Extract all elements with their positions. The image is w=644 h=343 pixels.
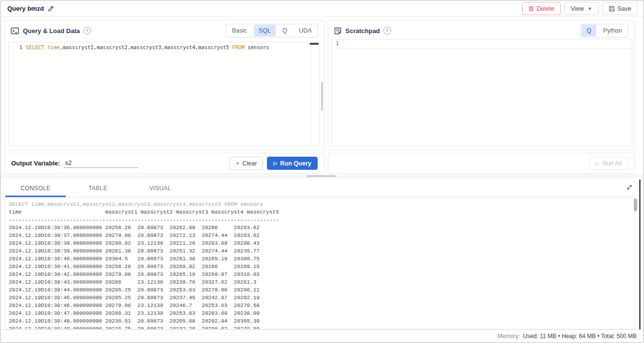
console-row: 2024.12.19D10:39:48.000000000 20230.51 2… — [9, 317, 630, 325]
query-language-tabs: BasicSQLQUDA — [226, 24, 318, 37]
scratchpad-editor-line: 1 — [332, 39, 632, 49]
save-button[interactable]: Save — [603, 2, 638, 15]
save-button-label: Save — [618, 5, 632, 12]
tab-uda[interactable]: UDA — [293, 25, 318, 36]
delete-button-label: Delete — [537, 5, 554, 12]
edit-title-icon[interactable] — [48, 5, 54, 12]
tab-python[interactable]: Python — [597, 25, 628, 36]
tab-table[interactable]: TABLE — [67, 180, 129, 197]
scratchpad-language-tabs: QPython — [580, 24, 628, 37]
clear-button-label: Clear — [243, 160, 257, 167]
save-icon — [609, 6, 615, 12]
scratchpad-icon — [334, 27, 341, 35]
console-separator-line: ----------------------------------------… — [9, 216, 630, 224]
sql-editor-scroll-track — [311, 42, 311, 145]
console-row: 2024.12.19D10:39:45.000000000 20295.25 2… — [9, 294, 630, 302]
terminal-icon — [11, 27, 19, 35]
console-row: 2024.12.19D10:39:37.000000000 20279.06 2… — [9, 232, 630, 239]
run-all-button-label: Run All — [602, 160, 622, 167]
console-row: 2024.12.19D10:39:43.000000000 20286 23.1… — [9, 278, 630, 286]
console-echo-line: SELECT time,masscryst1,masscryst2,masscr… — [9, 200, 630, 208]
tab-basic[interactable]: Basic — [226, 25, 253, 36]
run-all-panel: ▷ Run All — [328, 153, 635, 174]
results-scrollbar[interactable] — [639, 180, 641, 330]
delete-button[interactable]: Delete — [522, 2, 561, 15]
console-row: 2024.12.19D10:39:39.000000000 20281.38 2… — [9, 247, 630, 255]
query-actions: × Clear ▷ Run Query — [229, 157, 318, 170]
run-all-button[interactable]: ▷ Run All — [589, 157, 628, 170]
sql-line-number: 1 — [9, 43, 26, 52]
trash-icon — [529, 6, 534, 12]
results-tabs: CONSOLETABLEVISUAL — [4, 180, 191, 197]
console-row: 2024.12.19D10:39:44.000000000 20295.25 2… — [9, 286, 630, 294]
scratchpad-header: Scratchpad ? QPython — [328, 20, 634, 41]
close-icon: × — [236, 160, 240, 166]
tab-q[interactable]: Q — [277, 25, 293, 36]
view-button-label: View — [571, 5, 584, 12]
chevron-down-icon: ▼ — [588, 6, 592, 11]
sql-code-line: SELECT time,masscryst1,masscryst2,masscr… — [26, 43, 269, 52]
memory-label: Memory: — [497, 333, 520, 340]
tab-sql[interactable]: SQL — [254, 25, 276, 36]
vertical-splitter-handle[interactable] — [321, 82, 323, 111]
scratchpad-title: Scratchpad — [345, 27, 380, 35]
scratchpad-help-icon[interactable]: ? — [383, 27, 391, 35]
console-row: 2024.12.19D10:39:46.000000000 20279.06 2… — [9, 302, 630, 309]
view-button[interactable]: View ▼ — [565, 2, 599, 15]
console-row: 2024.12.19D10:39:49.000000000 20276.75 2… — [9, 325, 630, 329]
page-title: Query bmzd — [7, 5, 44, 12]
status-bar: Memory: Used: 11 MB • Heap: 64 MB • Tota… — [0, 329, 644, 343]
tab-console[interactable]: CONSOLE — [4, 180, 67, 197]
sql-editor[interactable]: 1 SELECT time,masscryst1,masscryst2,mass… — [8, 42, 320, 146]
query-panel: Query & Load Data ? BasicSQLQUDA 1 SELEC… — [4, 20, 324, 150]
console-scroll-thumb[interactable] — [634, 199, 637, 211]
clear-button[interactable]: × Clear — [229, 157, 263, 170]
header-actions: Delete View ▼ Save — [522, 2, 638, 15]
title-bar: Query bmzd Delete View ▼ Save — [0, 0, 644, 17]
play-icon: ▷ — [273, 161, 277, 166]
console-row: 2024.12.19D10:39:41.000000000 20258.26 2… — [9, 263, 630, 271]
scratchpad-line-number: 1 — [332, 39, 343, 48]
output-variable-panel: Output Variable: × Clear ▷ Run Query — [4, 153, 324, 174]
output-variable-label: Output Variable: — [11, 160, 60, 167]
horizontal-splitter-handle[interactable] — [306, 175, 336, 177]
sql-editor-line: 1 SELECT time,masscryst1,masscryst2,mass… — [9, 42, 319, 52]
query-help-icon[interactable]: ? — [83, 27, 91, 35]
run-query-button-label: Run Query — [280, 160, 311, 167]
console-row: 2024.12.19D10:39:42.000000000 20279.06 2… — [9, 271, 630, 278]
query-panel-title: Query & Load Data — [23, 27, 80, 35]
query-panel-header: Query & Load Data ? BasicSQLQUDA — [5, 20, 324, 41]
run-query-button[interactable]: ▷ Run Query — [267, 157, 318, 170]
tab-q[interactable]: Q — [582, 25, 596, 36]
console-row: 2024.12.19D10:39:40.000000000 20304.5 20… — [9, 255, 630, 263]
output-variable-input[interactable] — [64, 159, 138, 168]
memory-detail: Used: 11 MB • Heap: 64 MB • Total: 500 M… — [523, 333, 637, 340]
console-header-line: time masscryst1 masscryst2 masscryst3 ma… — [9, 208, 630, 216]
scratchpad-editor[interactable]: 1 — [331, 39, 632, 146]
expand-icon[interactable] — [626, 184, 633, 191]
sql-editor-scroll-thumb[interactable] — [310, 43, 319, 45]
scratchpad-panel: Scratchpad ? QPython 1 — [328, 20, 635, 150]
console-row: 2024.12.19D10:39:38.000000000 20290.62 2… — [9, 239, 630, 247]
console-row: 2024.12.19D10:39:36.000000000 20258.26 2… — [9, 224, 630, 232]
play-icon: ▷ — [596, 161, 600, 166]
tab-visual[interactable]: VISUAL — [129, 180, 191, 197]
console-row: 2024.12.19D10:39:47.000000000 20288.31 2… — [9, 309, 630, 317]
app-window: Query bmzd Delete View ▼ Save Query & — [0, 0, 644, 343]
console-output[interactable]: SELECT time,masscryst1,masscryst2,masscr… — [4, 197, 635, 329]
